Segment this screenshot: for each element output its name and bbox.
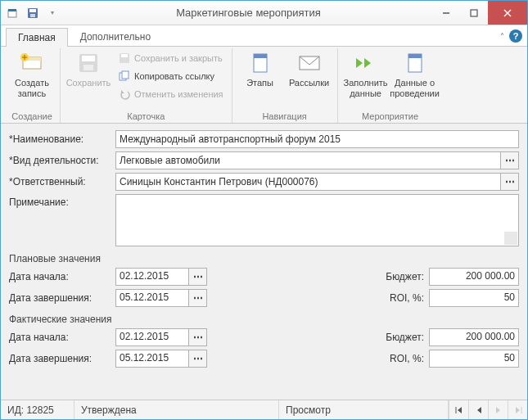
new-record-icon bbox=[19, 50, 45, 76]
input-responsible[interactable]: Синицын Константин Петрович (НД000076) bbox=[115, 173, 501, 191]
status-mode: Просмотр bbox=[279, 400, 449, 419]
stages-icon bbox=[247, 50, 273, 76]
input-plan-budget[interactable]: 200 000.00 bbox=[429, 268, 519, 286]
undo-changes-button: Отменить изменения bbox=[115, 86, 227, 102]
status-id: ИД: 12825 bbox=[1, 400, 74, 419]
nav-prev-button[interactable] bbox=[468, 400, 488, 419]
fill-data-button[interactable]: Заполнить данные bbox=[343, 48, 389, 101]
qat-customize-icon[interactable]: ▾ bbox=[43, 4, 61, 22]
titlebar: ▾ Маркетинговые мероприятия bbox=[1, 1, 527, 25]
status-state: Утверждена bbox=[74, 400, 279, 419]
label-responsible: *Ответственный: bbox=[9, 176, 115, 187]
label-activity: *Вид деятельности: bbox=[9, 155, 115, 166]
minimize-button[interactable] bbox=[432, 1, 460, 25]
input-fact-end[interactable]: 05.12.2015 bbox=[115, 350, 189, 368]
label-fact-roi: ROI, %: bbox=[372, 353, 429, 364]
svg-rect-25 bbox=[408, 54, 422, 58]
stages-button[interactable]: Этапы bbox=[237, 48, 283, 90]
fill-data-icon bbox=[353, 50, 379, 76]
form-area: *Наименование: Международный автотранспо… bbox=[1, 124, 527, 400]
svg-rect-0 bbox=[8, 11, 16, 17]
help-icon[interactable]: ? bbox=[509, 29, 522, 43]
group-label-event: Мероприятие bbox=[343, 111, 438, 123]
undo-icon bbox=[118, 88, 131, 101]
event-data-label: Данные о проведении bbox=[390, 78, 440, 99]
app-window: ▾ Маркетинговые мероприятия Главная Допо… bbox=[0, 0, 528, 420]
input-name[interactable]: Международный автотранспортный форум 201… bbox=[115, 130, 519, 148]
create-record-button[interactable]: Создать запись bbox=[9, 48, 55, 101]
label-fact-end: Дата завершения: bbox=[9, 353, 115, 364]
datepicker-fact-start[interactable]: ⋯ bbox=[189, 328, 207, 346]
svg-rect-4 bbox=[30, 14, 35, 17]
lookup-responsible-button[interactable]: ⋯ bbox=[501, 173, 519, 191]
group-label-create: Создание bbox=[9, 111, 55, 123]
ribbon: Создать запись Создание Сохранить Сохран… bbox=[1, 47, 527, 124]
label-fact-budget: Бюджет: bbox=[372, 332, 429, 343]
create-record-label: Создать запись bbox=[15, 78, 49, 99]
save-label: Сохранить bbox=[66, 78, 111, 88]
input-plan-start[interactable]: 02.12.2015 bbox=[115, 268, 189, 286]
label-note: Примечание: bbox=[9, 194, 115, 208]
ribbon-tabs: Главная Дополнительно ˄ ? bbox=[1, 25, 527, 47]
maximize-button[interactable] bbox=[460, 1, 488, 25]
svg-rect-1 bbox=[8, 9, 16, 11]
mailings-label: Рассылки bbox=[289, 78, 329, 88]
svg-rect-16 bbox=[83, 65, 93, 70]
group-label-card: Карточка bbox=[65, 111, 227, 123]
svg-rect-22 bbox=[254, 54, 267, 58]
fill-data-label: Заполнить данные bbox=[344, 78, 388, 99]
svg-rect-15 bbox=[82, 56, 95, 61]
window-title: Маркетинговые мероприятия bbox=[65, 7, 432, 19]
qat-save-icon[interactable] bbox=[24, 4, 42, 22]
group-fact-title: Фактические значения bbox=[9, 314, 519, 325]
event-data-icon bbox=[402, 50, 428, 76]
input-note[interactable] bbox=[115, 194, 519, 246]
svg-rect-6 bbox=[471, 10, 477, 16]
collapse-ribbon-icon[interactable]: ˄ bbox=[500, 32, 504, 41]
datepicker-plan-end[interactable]: ⋯ bbox=[189, 289, 207, 307]
nav-first-button[interactable] bbox=[449, 400, 468, 419]
nav-last-button[interactable] bbox=[508, 400, 527, 419]
label-plan-start: Дата начала: bbox=[9, 271, 115, 282]
input-fact-start[interactable]: 02.12.2015 bbox=[115, 328, 189, 346]
copy-link-icon bbox=[118, 70, 131, 83]
tab-extra[interactable]: Дополнительно bbox=[68, 27, 163, 46]
group-label-nav: Навигация bbox=[237, 111, 332, 123]
lookup-activity-button[interactable]: ⋯ bbox=[501, 151, 519, 169]
svg-rect-20 bbox=[122, 71, 129, 79]
save-icon bbox=[75, 50, 102, 76]
group-plan-title: Плановые значения bbox=[9, 253, 519, 264]
nav-next-button[interactable] bbox=[488, 400, 508, 419]
save-close-icon bbox=[118, 52, 131, 65]
datepicker-fact-end[interactable]: ⋯ bbox=[189, 350, 207, 368]
label-fact-start: Дата начала: bbox=[9, 332, 115, 343]
statusbar: ИД: 12825 Утверждена Просмотр bbox=[1, 400, 527, 419]
input-fact-roi[interactable]: 50 bbox=[429, 350, 519, 368]
close-button[interactable] bbox=[488, 1, 527, 25]
input-plan-roi[interactable]: 50 bbox=[429, 289, 519, 307]
svg-rect-18 bbox=[121, 54, 128, 57]
stages-label: Этапы bbox=[246, 78, 273, 88]
save-close-button: Сохранить и закрыть bbox=[115, 50, 227, 66]
label-name: *Наименование: bbox=[9, 133, 115, 145]
input-plan-end[interactable]: 05.12.2015 bbox=[115, 289, 189, 307]
qat-home-icon[interactable] bbox=[4, 4, 22, 22]
save-button: Сохранить bbox=[65, 48, 111, 90]
mail-icon bbox=[296, 50, 323, 76]
label-plan-end: Дата завершения: bbox=[9, 292, 115, 304]
tab-main[interactable]: Главная bbox=[6, 28, 68, 47]
scroll-handle[interactable] bbox=[504, 232, 517, 245]
mailings-button[interactable]: Рассылки bbox=[287, 48, 332, 90]
label-plan-budget: Бюджет: bbox=[372, 271, 429, 282]
label-plan-roi: ROI, %: bbox=[372, 292, 429, 304]
datepicker-plan-start[interactable]: ⋯ bbox=[189, 268, 207, 286]
input-activity[interactable]: Легковые автомобили bbox=[115, 151, 501, 169]
event-data-button[interactable]: Данные о проведении bbox=[392, 48, 438, 101]
svg-rect-3 bbox=[29, 9, 36, 12]
input-fact-budget[interactable]: 200 000.00 bbox=[429, 328, 519, 346]
copy-link-button[interactable]: Копировать ссылку bbox=[115, 68, 227, 84]
